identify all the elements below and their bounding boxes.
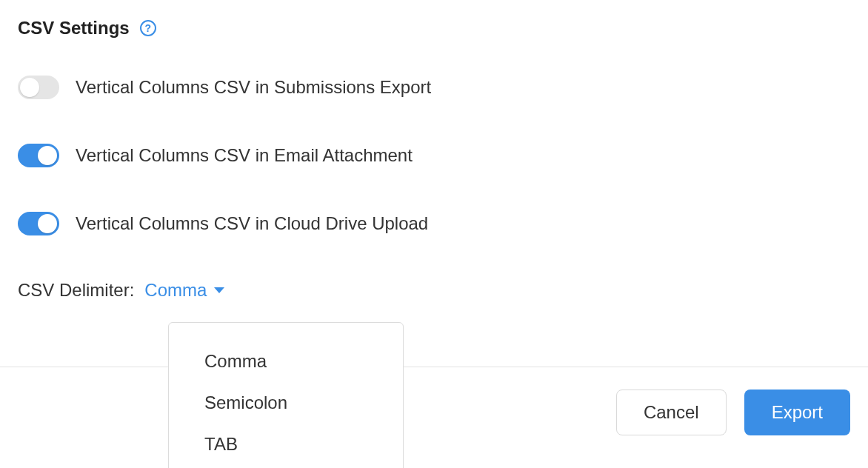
cancel-button[interactable]: Cancel <box>616 390 727 435</box>
toggle-knob <box>20 78 39 97</box>
toggle-cloud-drive-upload[interactable] <box>18 212 59 235</box>
toggle-email-attachment[interactable] <box>18 144 59 167</box>
toggle-label: Vertical Columns CSV in Cloud Drive Uplo… <box>76 213 428 234</box>
csv-delimiter-dropdown: Comma Semicolon TAB <box>168 322 404 468</box>
csv-settings-panel: CSV Settings ? Vertical Columns CSV in S… <box>0 0 868 301</box>
csv-delimiter-option-tab[interactable]: TAB <box>169 424 403 465</box>
csv-delimiter-label: CSV Delimiter: <box>18 280 134 301</box>
toggle-row-email-attachment: Vertical Columns CSV in Email Attachment <box>18 144 850 167</box>
csv-delimiter-row: CSV Delimiter: Comma <box>18 280 850 301</box>
export-button[interactable]: Export <box>744 390 850 435</box>
toggle-submissions-export[interactable] <box>18 76 59 99</box>
csv-delimiter-dropdown-trigger[interactable]: Comma <box>144 280 224 301</box>
toggle-row-submissions-export: Vertical Columns CSV in Submissions Expo… <box>18 76 850 99</box>
help-icon[interactable]: ? <box>140 20 156 36</box>
footer-actions: Cancel Export <box>0 367 868 435</box>
section-title: CSV Settings <box>18 18 130 39</box>
toggle-knob <box>38 214 57 233</box>
section-header: CSV Settings ? <box>18 18 850 39</box>
toggle-knob <box>38 146 57 165</box>
csv-delimiter-option-semicolon[interactable]: Semicolon <box>169 382 403 424</box>
toggle-label: Vertical Columns CSV in Email Attachment <box>76 145 413 166</box>
toggle-row-cloud-drive-upload: Vertical Columns CSV in Cloud Drive Uplo… <box>18 212 850 235</box>
csv-delimiter-selected-value: Comma <box>144 280 207 301</box>
caret-down-icon <box>214 287 224 293</box>
csv-delimiter-option-comma[interactable]: Comma <box>169 341 403 382</box>
toggle-label: Vertical Columns CSV in Submissions Expo… <box>76 77 431 98</box>
